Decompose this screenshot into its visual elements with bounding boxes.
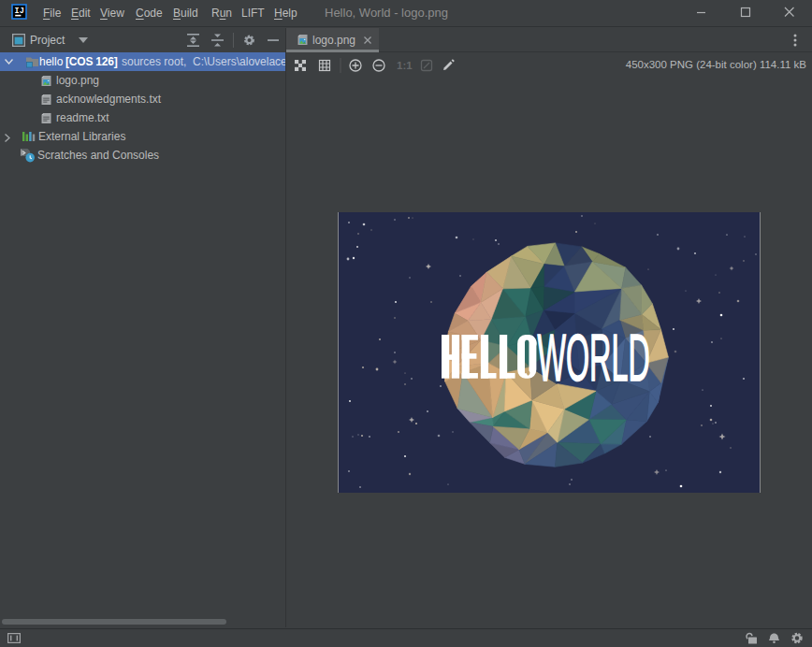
svg-text:1:1: 1:1 <box>397 60 413 71</box>
svg-text:IJ: IJ <box>15 7 24 16</box>
svg-text:WORLD: WORLD <box>538 320 650 395</box>
